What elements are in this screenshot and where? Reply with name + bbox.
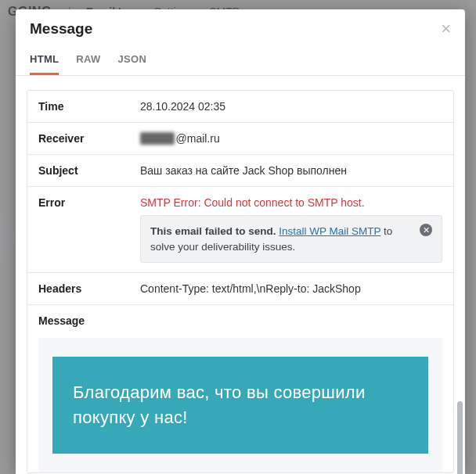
alert-prefix: This email failed to send. bbox=[150, 225, 279, 237]
alert-text: This email failed to send. Install WP Ma… bbox=[150, 224, 412, 254]
details-panel: Time 28.10.2024 02:35 Receiver ██ ██@mai… bbox=[27, 90, 454, 473]
receiver-domain: @mail.ru bbox=[176, 132, 220, 145]
label-receiver: Receiver bbox=[38, 132, 140, 145]
close-icon[interactable]: × bbox=[441, 20, 451, 38]
message-modal: Message × HTML RAW JSON Time 28.10.2024 … bbox=[16, 9, 465, 474]
alert-close-icon[interactable]: ✕ bbox=[420, 224, 432, 236]
alert-link[interactable]: Install WP Mail SMTP bbox=[279, 225, 380, 237]
modal-tabs: HTML RAW JSON bbox=[16, 47, 465, 76]
row-headers: Headers Content-Type: text/html,\nReply-… bbox=[27, 273, 453, 305]
label-time: Time bbox=[38, 100, 140, 113]
message-preview-area: Благодарим вас, что вы совершили покупку… bbox=[38, 338, 442, 472]
row-receiver: Receiver ██ ██@mail.ru bbox=[27, 123, 453, 155]
error-alert: This email failed to send. Install WP Ma… bbox=[140, 215, 442, 263]
value-error-wrap: SMTP Error: Could not connect to SMTP ho… bbox=[140, 196, 442, 263]
value-receiver: ██ ██@mail.ru bbox=[140, 132, 442, 145]
value-error: SMTP Error: Could not connect to SMTP ho… bbox=[140, 196, 442, 209]
tab-json[interactable]: JSON bbox=[118, 47, 147, 75]
receiver-masked: ██ ██ bbox=[140, 132, 175, 145]
modal-header: Message × bbox=[16, 9, 465, 47]
row-error: Error SMTP Error: Could not connect to S… bbox=[27, 187, 453, 273]
tab-raw[interactable]: RAW bbox=[76, 47, 100, 75]
message-banner: Благодарим вас, что вы совершили покупку… bbox=[52, 357, 428, 454]
label-headers: Headers bbox=[38, 282, 140, 295]
label-error: Error bbox=[38, 196, 140, 209]
modal-title: Message bbox=[30, 20, 92, 38]
scrollbar-thumb[interactable] bbox=[457, 401, 463, 474]
value-time: 28.10.2024 02:35 bbox=[140, 100, 442, 113]
modal-body: Time 28.10.2024 02:35 Receiver ██ ██@mai… bbox=[16, 76, 465, 474]
value-subject: Ваш заказ на сайте Jack Shop выполнен bbox=[140, 164, 442, 177]
row-time: Time 28.10.2024 02:35 bbox=[27, 91, 453, 123]
tab-html[interactable]: HTML bbox=[30, 47, 59, 75]
label-message: Message bbox=[38, 314, 85, 327]
value-headers: Content-Type: text/html,\nReply-to: Jack… bbox=[140, 282, 442, 295]
row-message: Message Благодарим вас, что вы совершили… bbox=[27, 305, 453, 472]
row-subject: Subject Ваш заказ на сайте Jack Shop вып… bbox=[27, 155, 453, 187]
label-subject: Subject bbox=[38, 164, 140, 177]
